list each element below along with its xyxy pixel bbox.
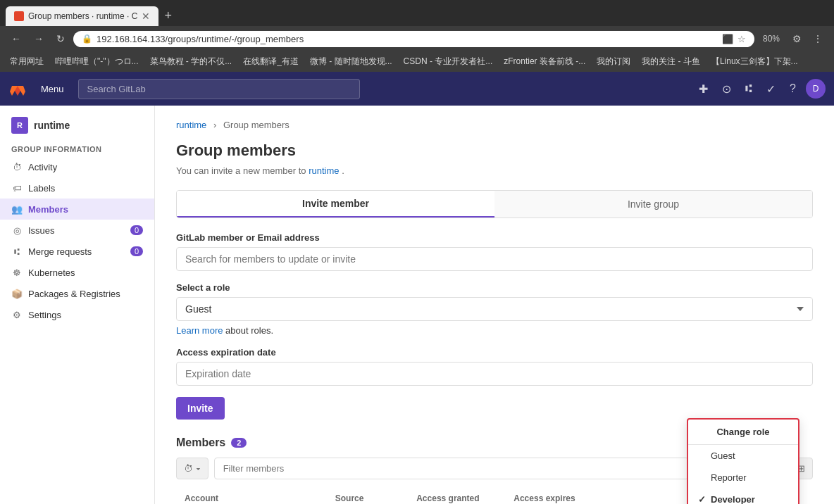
bookmark-3[interactable]: 菜鸟教程 - 学的不仅... [147,54,235,69]
invite-button[interactable]: Invite [176,397,225,420]
security-icon: 🔒 [82,34,92,44]
nav-menu-button[interactable]: Menu [35,81,70,97]
developer-checkmark: ✓ [698,494,707,504]
sidebar-item-label-kubernetes: Kubernetes [28,267,75,278]
sidebar-item-packages[interactable]: 📦 Packages & Registries [0,283,154,304]
issues-icon: ◎ [11,225,23,236]
bookmark-7[interactable]: zFrontier 装备前线 -... [501,54,588,69]
page-wrapper: R runtime Group information ⏱ Activity 🏷… [0,106,834,504]
members-count-badge: 2 [231,438,247,448]
back-button[interactable]: ← [7,30,25,47]
role-label: Select a role [176,282,813,293]
sidebar-item-label-labels: Labels [28,183,55,194]
gitlab-logo[interactable] [8,80,27,98]
active-tab[interactable]: Group members · runtime · C ✕ [6,6,158,26]
tab-title: Group members · runtime · C [28,11,137,21]
sidebar-section-label: Group information [0,139,154,156]
invite-tabs: Invite member Invite group [176,190,813,218]
role-option-developer[interactable]: ✓ Developer [688,489,798,504]
members-icon: 👥 [11,203,23,215]
bookmark-6[interactable]: CSDN - 专业开发者社... [401,54,496,69]
filter-input-wrap [214,458,689,479]
sidebar-item-kubernetes[interactable]: ☸ Kubernetes [0,262,154,283]
time-filter-button[interactable]: ⏱ ▾ [176,458,208,479]
bookmark-9[interactable]: 我的关注 - 斗鱼 [639,54,703,69]
bookmark-1[interactable]: 常用网址 [7,54,46,69]
sidebar-item-label-activity: Activity [28,162,57,172]
browser-nav-bar: ← → ↻ 🔒 192.168.164.133/groups/runtime/-… [0,26,834,51]
bookmark-2[interactable]: 哔哩哔哩（"-"）つロ... [52,54,142,69]
invite-member-tab[interactable]: Invite member [177,191,494,218]
sidebar-item-activity[interactable]: ⏱ Activity [0,156,154,177]
address-bar-icons: ⬛ ☆ [722,34,746,44]
breadcrumb: runtime › Group members [176,120,813,130]
member-search-group: GitLab member or Email address [176,232,813,271]
role-select[interactable]: Guest Reporter Developer Maintainer Owne… [176,297,813,321]
sidebar-item-merge-requests[interactable]: ⑆ Merge requests 0 [0,241,154,262]
role-help-text: Learn more about roles. [176,325,813,336]
sidebar-item-label-settings: Settings [28,310,61,320]
create-button[interactable]: ✚ [695,80,712,99]
nav-search-input[interactable] [78,79,360,99]
help-button[interactable]: ? [785,80,800,98]
nav-search-container [78,79,360,99]
merge-badge: 0 [130,246,143,256]
change-role-dropdown: Change role Guest Reporter ✓ Developer M… [687,418,799,504]
members-section-title: Members [176,436,225,449]
sidebar: R runtime Group information ⏱ Activity 🏷… [0,106,155,504]
group-link[interactable]: runtime [309,165,339,176]
filter-input[interactable] [214,458,689,479]
page-title: Group members [176,141,813,160]
extensions-button[interactable]: ⚙ [788,30,806,47]
merge-requests-icon: ⑆ [11,246,23,257]
browser-chrome: Group members · runtime · C ✕ + ← → ↻ 🔒 … [0,0,834,72]
todos-button[interactable]: ✓ [762,80,780,99]
merge-requests-button[interactable]: ⑆ [741,80,757,98]
col-account: Account [176,488,327,504]
bookmark-8[interactable]: 我的订阅 [594,54,633,69]
bookmark-10[interactable]: 【Linux三剑客】下架... [709,54,801,69]
menu-button[interactable]: ⋮ [809,30,827,47]
expiry-label: Access expiration date [176,347,813,358]
issues-badge: 0 [130,225,143,235]
settings-icon: ⚙ [11,309,23,320]
sidebar-item-members[interactable]: 👥 Members [0,199,154,220]
role-option-reporter[interactable]: Reporter [688,467,798,489]
bookmark-5[interactable]: 微博 - 随时随地发现... [307,54,395,69]
breadcrumb-parent-link[interactable]: runtime [176,120,206,130]
labels-icon: 🏷 [11,182,23,194]
tab-close-button[interactable]: ✕ [142,11,150,22]
nav-icon-group: ✚ ⊙ ⑆ ✓ ? D [695,79,826,99]
forward-button[interactable]: → [30,30,48,47]
expiry-input[interactable] [176,362,813,386]
group-name: runtime [34,120,70,131]
main-content: runtime › Group members Group members Yo… [155,106,834,504]
bookmarks-bar: 常用网址 哔哩哔哩（"-"）つロ... 菜鸟教程 - 学的不仅... 在线翻译_… [0,51,834,72]
page-subtitle: You can invite a new member to runtime . [176,165,813,176]
sidebar-item-issues[interactable]: ◎ Issues 0 [0,220,154,241]
sidebar-item-label-members: Members [28,204,68,215]
invite-group-tab[interactable]: Invite group [494,191,812,218]
sidebar-group-header[interactable]: R runtime [0,111,154,139]
tab-favicon [14,11,24,21]
sidebar-item-settings[interactable]: ⚙ Settings [0,304,154,325]
col-access-expires: Access expires [505,488,596,504]
member-search-input[interactable] [176,247,813,271]
new-tab-button[interactable]: + [158,6,178,26]
reload-button[interactable]: ↻ [52,30,69,47]
address-bar[interactable]: 🔒 192.168.164.133/groups/runtime/-/group… [73,31,754,47]
bookmark-icon: ☆ [737,34,746,44]
col-source: Source [327,488,408,504]
bookmark-4[interactable]: 在线翻译_有道 [240,54,301,69]
sidebar-item-labels[interactable]: 🏷 Labels [0,177,154,199]
issues-button[interactable]: ⊙ [718,80,735,99]
gitlab-top-nav: Menu ✚ ⊙ ⑆ ✓ ? D [0,72,834,106]
expiry-group: Access expiration date [176,347,813,386]
group-avatar: R [11,117,28,134]
kubernetes-icon: ☸ [11,267,23,278]
role-option-guest[interactable]: Guest [688,445,798,467]
user-avatar[interactable]: D [806,79,826,99]
learn-more-link[interactable]: Learn more [176,325,223,336]
role-select-group: Select a role Guest Reporter Developer M… [176,282,813,336]
browser-tabs: Group members · runtime · C ✕ + [0,0,834,26]
